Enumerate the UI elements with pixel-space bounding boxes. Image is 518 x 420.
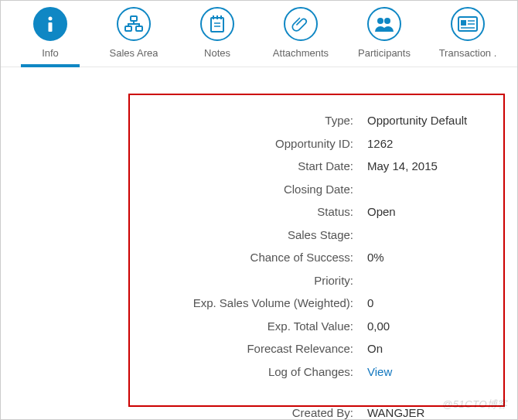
field-type: Type: Opportunity Default xyxy=(144,111,489,131)
tab-notes[interactable]: Notes xyxy=(176,4,259,67)
tab-label: Attachments xyxy=(273,47,329,59)
field-exp-total-value: Exp. Total Value: 0,00 xyxy=(144,316,489,336)
field-chance: Chance of Success: 0% xyxy=(144,248,489,268)
field-label: Exp. Total Value: xyxy=(144,316,356,336)
field-label: Opportunity ID: xyxy=(144,134,356,154)
card-icon xyxy=(451,7,485,41)
field-opportunity-id: Opportunity ID: 1262 xyxy=(144,134,489,154)
watermark: @51CTO博客 xyxy=(442,398,508,411)
svg-rect-14 xyxy=(461,20,466,26)
field-label: Sales Stage: xyxy=(144,225,356,245)
field-created-by: Created By: WANGJER xyxy=(144,403,489,420)
field-label: Closing Date: xyxy=(144,179,356,200)
tab-label: Info xyxy=(42,47,59,59)
field-sales-stage: Sales Stage: xyxy=(144,225,489,245)
field-value: Opportunity Default xyxy=(356,111,489,131)
field-label: Start Date: xyxy=(144,156,356,176)
tab-label: Notes xyxy=(204,47,230,59)
svg-rect-2 xyxy=(131,16,137,21)
field-log-of-changes: Log of Changes: View xyxy=(144,362,489,382)
field-value: 1262 xyxy=(356,134,489,154)
svg-rect-5 xyxy=(211,18,223,32)
tab-transaction[interactable]: Transaction . xyxy=(426,4,509,67)
info-icon xyxy=(33,7,67,41)
tab-info[interactable]: Info xyxy=(9,4,92,67)
tab-label: Transaction . xyxy=(439,47,497,59)
field-exp-sales-volume: Exp. Sales Volume (Weighted): 0 xyxy=(144,293,489,313)
org-icon xyxy=(117,7,151,41)
field-label: Status: xyxy=(144,202,356,222)
field-start-date: Start Date: May 14, 2015 xyxy=(144,156,489,176)
details-form: Type: Opportunity Default Opportunity ID… xyxy=(144,111,489,420)
field-label: Priority: xyxy=(144,271,356,291)
svg-rect-4 xyxy=(136,26,142,31)
details-panel: Type: Opportunity Default Opportunity ID… xyxy=(128,94,505,407)
notepad-icon xyxy=(200,7,234,41)
field-forecast-relevance: Forecast Relevance: On xyxy=(144,339,489,359)
tab-label: Participants xyxy=(358,47,411,59)
field-value: May 14, 2015 xyxy=(356,156,489,176)
field-value: 0 xyxy=(356,293,489,313)
field-value: Open xyxy=(356,202,489,222)
field-label: Chance of Success: xyxy=(144,248,356,268)
field-value: On xyxy=(356,339,489,359)
field-label: Type: xyxy=(144,111,356,131)
svg-point-0 xyxy=(49,17,53,21)
tab-label: Sales Area xyxy=(110,47,158,59)
field-closing-date: Closing Date: xyxy=(144,179,489,200)
tab-participants[interactable]: Participants xyxy=(342,4,426,67)
tab-sales-area[interactable]: Sales Area xyxy=(92,4,176,67)
field-priority: Priority: xyxy=(144,271,489,291)
svg-point-12 xyxy=(384,18,390,24)
field-status: Status: Open xyxy=(144,202,489,222)
field-label: Forecast Relevance: xyxy=(144,339,356,359)
svg-point-11 xyxy=(377,18,383,24)
tab-attachments[interactable]: Attachments xyxy=(259,4,342,67)
field-value: 0% xyxy=(356,248,489,268)
svg-rect-1 xyxy=(49,22,53,32)
people-icon xyxy=(367,7,401,41)
field-label: Exp. Sales Volume (Weighted): xyxy=(144,293,356,313)
field-value: 0,00 xyxy=(356,316,489,336)
view-changes-link[interactable]: View xyxy=(356,362,489,382)
paperclip-icon xyxy=(284,7,318,41)
field-label: Created By: xyxy=(144,403,356,420)
section-gap xyxy=(144,384,489,400)
tab-bar: Info Sales Area Notes xyxy=(1,1,517,67)
svg-rect-3 xyxy=(125,26,131,31)
field-label: Log of Changes: xyxy=(144,362,356,382)
